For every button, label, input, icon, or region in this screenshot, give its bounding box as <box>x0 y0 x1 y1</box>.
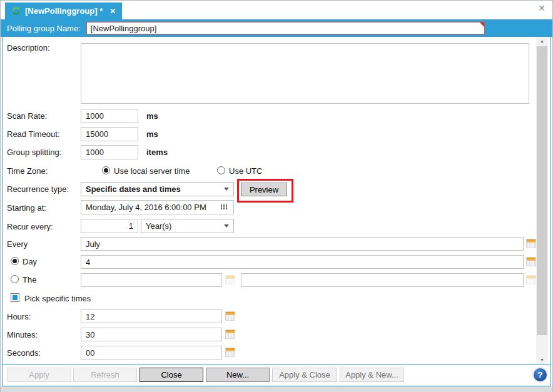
pick-specific-times-label: Pick specific times <box>24 294 91 303</box>
recur-every-unit-dropdown[interactable]: Year(s) <box>141 219 234 233</box>
form-body: Description: Scan Rate: ms Read Timeout:… <box>3 37 550 364</box>
scan-rate-label: Scan Rate: <box>7 111 47 121</box>
dialog-frame: Description: Scan Rate: ms Read Timeout:… <box>2 37 551 386</box>
scroll-down-icon[interactable]: ▼ <box>536 356 548 364</box>
hours-input[interactable] <box>81 309 222 323</box>
seconds-label: Seconds: <box>7 348 41 358</box>
help-icon[interactable]: ? <box>534 368 547 381</box>
hours-picker-icon[interactable] <box>225 311 235 321</box>
tab-newpollinggroup[interactable]: [NewPollinggroup] * ✕ <box>5 3 122 19</box>
polling-group-window: [NewPollinggroup] * ✕ ✕ Polling group Na… <box>0 0 553 392</box>
read-timeout-label: Read Timeout: <box>7 129 60 139</box>
apply-close-button[interactable]: Apply & Close <box>272 368 337 382</box>
pick-specific-times-checkbox[interactable] <box>11 293 19 302</box>
recur-every-unit-value: Year(s) <box>146 221 224 231</box>
day-input[interactable] <box>81 255 524 269</box>
close-button[interactable]: Close <box>140 368 203 382</box>
recurrence-type-label: Recurrence type: <box>7 184 69 194</box>
name-field-label: Polling group Name: <box>7 24 81 33</box>
read-timeout-unit: ms <box>146 129 158 139</box>
scroll-up-icon[interactable]: ▲ <box>536 37 548 46</box>
apply-new-button[interactable]: Apply & New... <box>340 368 404 382</box>
day-calendar-icon[interactable] <box>526 257 536 266</box>
apply-button[interactable]: Apply <box>7 368 71 382</box>
radio-use-utc[interactable] <box>217 166 225 174</box>
the-weekday-input[interactable] <box>241 273 524 287</box>
scrollbar-thumb[interactable] <box>537 46 547 335</box>
time-zone-label: Time Zone: <box>7 166 48 176</box>
scan-rate-input[interactable] <box>81 109 138 123</box>
recur-every-input[interactable] <box>81 219 138 233</box>
starting-at-input[interactable] <box>81 200 234 214</box>
name-field-wrap <box>86 22 485 34</box>
window-close-icon[interactable]: ✕ <box>538 3 545 13</box>
description-label: Description: <box>7 43 50 53</box>
new-button[interactable]: New... <box>206 368 270 382</box>
every-month-input[interactable] <box>81 237 524 251</box>
polling-group-header: Polling group Name: <box>1 19 552 37</box>
starting-at-label: Starting at: <box>7 203 46 213</box>
datetime-picker-grid-icon[interactable] <box>221 204 228 209</box>
seconds-picker-icon[interactable] <box>225 348 235 357</box>
window-bottom-strip <box>1 386 552 392</box>
chevron-down-icon <box>224 188 229 191</box>
the-weekday-calendar-icon[interactable] <box>526 275 536 284</box>
chevron-down-icon <box>224 224 229 228</box>
radio-day[interactable] <box>11 257 19 265</box>
seconds-input[interactable] <box>81 346 222 359</box>
preview-button[interactable]: Preview <box>241 183 287 196</box>
recur-every-label: Recur every: <box>7 222 53 231</box>
group-splitting-label: Group splitting: <box>7 148 61 157</box>
hours-label: Hours: <box>7 312 31 321</box>
minutes-label: Minutes: <box>7 330 38 339</box>
polling-group-refresh-icon <box>11 6 21 16</box>
polling-group-name-input[interactable] <box>86 22 485 34</box>
recurrence-type-dropdown[interactable]: Specific dates and times <box>81 182 234 196</box>
the-ordinal-calendar-icon[interactable] <box>225 275 235 284</box>
minutes-input[interactable] <box>81 328 222 341</box>
tab-bar: [NewPollinggroup] * ✕ ✕ <box>1 1 552 19</box>
vertical-scrollbar[interactable]: ▲ ▼ <box>536 37 548 364</box>
tab-close-icon[interactable]: ✕ <box>109 7 116 16</box>
the-ordinal-input[interactable] <box>81 273 222 287</box>
group-splitting-unit: items <box>146 148 168 157</box>
radio-use-local-server-time[interactable] <box>102 166 110 174</box>
scan-rate-unit: ms <box>146 111 158 121</box>
description-textarea[interactable] <box>81 43 529 104</box>
tab-title: [NewPollinggroup] * <box>25 6 103 16</box>
radio-the[interactable] <box>11 275 19 283</box>
radio-the-label: The <box>23 275 36 284</box>
group-splitting-input[interactable] <box>81 145 138 159</box>
read-timeout-input[interactable] <box>81 127 138 141</box>
minutes-picker-icon[interactable] <box>225 329 235 339</box>
modified-corner-marker <box>480 23 484 27</box>
radio-day-label: Day <box>23 257 37 266</box>
every-month-calendar-icon[interactable] <box>526 239 536 248</box>
refresh-button[interactable]: Refresh <box>73 368 137 382</box>
radio-use-local-server-time-label: Use local server time <box>114 166 190 176</box>
button-bar: Apply Refresh Close New... Apply & Close… <box>3 364 550 386</box>
radio-use-utc-label: Use UTC <box>229 166 262 176</box>
recurrence-type-value: Specific dates and times <box>86 184 224 194</box>
every-month-label: Every <box>7 239 28 249</box>
